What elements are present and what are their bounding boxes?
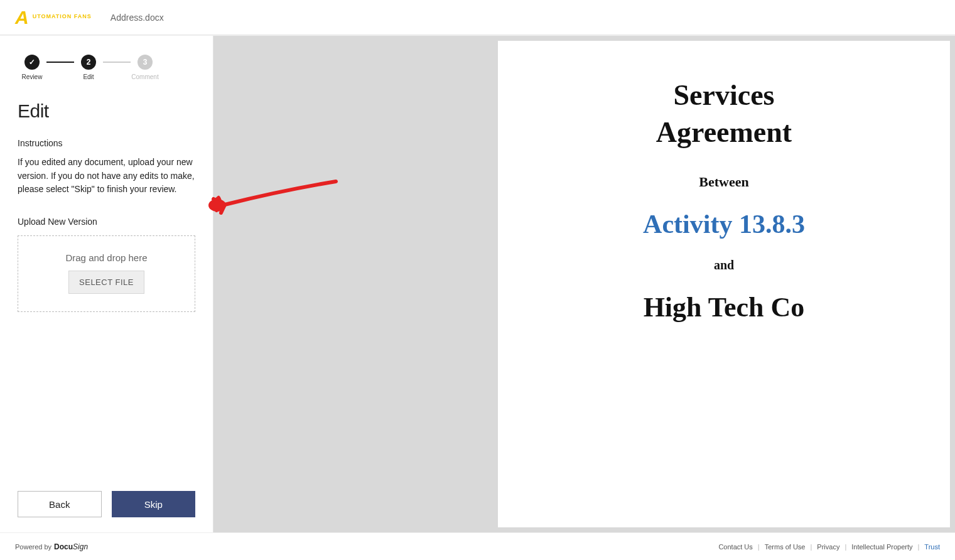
doc-title-line1: Services: [536, 78, 912, 112]
step-line-2: [103, 62, 131, 63]
doc-party-2: High Tech Co: [536, 291, 912, 323]
step-review-label: Review: [22, 73, 43, 80]
step-edit-circle: 2: [81, 55, 96, 70]
doc-title-line2: Agreement: [536, 116, 912, 149]
footer-sep: |: [810, 543, 812, 551]
footer-link-terms[interactable]: Terms of Use: [765, 543, 806, 551]
check-icon: ✓: [29, 58, 35, 67]
powered-prefix: Powered by: [15, 543, 51, 551]
upload-heading: Upload New Version: [18, 217, 195, 227]
footer-link-ip[interactable]: Intellectual Property: [851, 543, 912, 551]
footer: Powered by DocuSign Contact Us | Terms o…: [0, 532, 955, 560]
brand-logo[interactable]: A UTOMATION FANS: [15, 8, 92, 27]
step-review[interactable]: ✓ Review: [18, 55, 46, 80]
upload-dropzone[interactable]: Drag and drop here SELECT FILE: [18, 235, 195, 312]
footer-sep: |: [917, 543, 919, 551]
footer-sep: |: [758, 543, 760, 551]
docusign-sign: Sign: [73, 542, 88, 551]
step-line-1: [46, 62, 74, 63]
brand-main: UTOMATION FANS: [33, 14, 92, 19]
dropzone-text: Drag and drop here: [24, 252, 188, 263]
document-preview-area[interactable]: Services Agreement Between Activity 13.8…: [213, 36, 955, 532]
step-review-circle: ✓: [24, 55, 40, 70]
step-comment-label: Comment: [131, 73, 158, 80]
brand-text: UTOMATION FANS: [33, 14, 92, 21]
step-comment-circle: 3: [138, 55, 153, 70]
step-edit-label: Edit: [83, 73, 94, 80]
doc-party-1: Activity 13.8.3: [536, 209, 912, 239]
topbar: A UTOMATION FANS Address.docx: [0, 0, 955, 35]
docusign-logo: DocuSign: [54, 542, 88, 551]
footer-link-contact[interactable]: Contact Us: [718, 543, 752, 551]
skip-button[interactable]: Skip: [112, 491, 196, 517]
left-panel: ✓ Review 2 Edit 3 Comment Edit Instructi…: [0, 36, 213, 532]
select-file-button[interactable]: SELECT FILE: [68, 271, 144, 294]
doc-between: Between: [536, 174, 912, 190]
doc-and: and: [536, 258, 912, 272]
brand-a-icon: A: [15, 8, 29, 27]
footer-links: Contact Us | Terms of Use | Privacy | In…: [718, 543, 940, 551]
document-page: Services Agreement Between Activity 13.8…: [498, 41, 950, 527]
docusign-docu: Docu: [54, 542, 73, 551]
footer-link-privacy[interactable]: Privacy: [817, 543, 839, 551]
footer-sep: |: [844, 543, 846, 551]
instructions-text: If you edited any document, upload your …: [18, 156, 195, 197]
panel-actions: Back Skip: [18, 491, 195, 517]
instructions-heading: Instructions: [18, 138, 195, 148]
step-comment: 3 Comment: [131, 55, 159, 80]
footer-link-trust[interactable]: Trust: [924, 543, 940, 551]
document-name: Address.docx: [111, 13, 164, 23]
main: ✓ Review 2 Edit 3 Comment Edit Instructi…: [0, 35, 955, 532]
panel-title: Edit: [18, 100, 195, 122]
powered-by: Powered by DocuSign: [15, 542, 88, 551]
stepper: ✓ Review 2 Edit 3 Comment: [18, 55, 195, 80]
back-button[interactable]: Back: [18, 491, 102, 517]
step-edit[interactable]: 2 Edit: [74, 55, 103, 80]
